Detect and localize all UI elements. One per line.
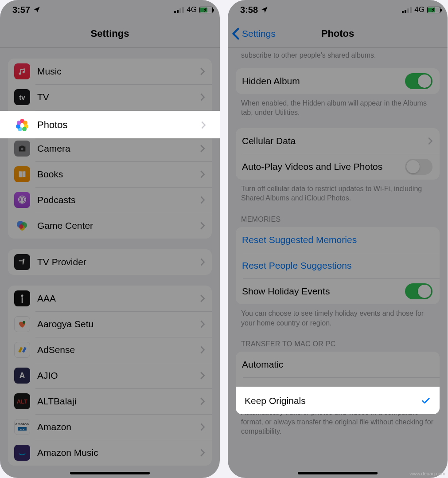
keep-originals-row[interactable]: Keep Originals [236,387,440,415]
chevron-right-icon [200,170,205,178]
chevron-right-icon [200,258,205,266]
svg-rect-9 [22,298,23,303]
memories-header: MEMORIES [228,203,448,227]
chevron-right-icon [200,372,205,380]
row-label: AAA [37,293,200,304]
nav-bar: Settings [0,20,220,48]
chevron-right-icon [200,449,205,457]
autoplay-toggle[interactable] [405,159,432,175]
settings-row-aaa[interactable]: AAA [8,286,212,311]
screenshot-settings-list: 3:57 4G ⚡︎ Settings Music [0,0,220,478]
chevron-right-icon [201,121,206,129]
chevron-right-icon [200,320,205,328]
page-title: Photos [321,28,355,39]
network-type: 4G [414,5,425,14]
reset-suggested-row[interactable]: Reset Suggested Memories [236,227,440,253]
row-label: Show Holiday Events [242,286,405,297]
battery-icon: ⚡︎ [427,7,440,13]
row-label: Automatic [242,359,432,370]
row-label: Aarogya Setu [37,319,200,329]
hidden-album-footer: When enabled, the Hidden album will appe… [228,94,448,118]
settings-row-altbalaji[interactable]: ALT ALTBalaji [8,388,212,414]
settings-row-camera[interactable]: Camera [8,136,212,161]
chevron-right-icon [200,145,205,153]
photos-icon [14,117,30,133]
chevron-right-icon [200,423,205,431]
chevron-right-icon [200,294,205,302]
row-label: TV Provider [37,257,200,267]
camera-icon [14,141,30,157]
chevron-right-icon [200,93,205,101]
automatic-row[interactable]: Automatic [236,352,440,377]
row-label: Podcasts [37,195,200,205]
home-indicator[interactable] [298,472,378,474]
home-indicator[interactable] [70,472,150,474]
settings-row-aarogya[interactable]: Aarogya Setu [8,311,212,337]
status-time: 3:57 [12,5,30,15]
highlight-photos-row: Photos [0,111,220,138]
settings-row-gamecenter[interactable]: Game Center [8,213,212,239]
highlight-keep-originals: Keep Originals [236,387,440,414]
autoplay-row[interactable]: Auto-Play Videos and Live Photos [236,154,440,180]
svg-point-10 [23,321,25,324]
aaa-icon [14,290,30,306]
podcasts-icon [14,192,30,208]
status-bar: 3:57 4G ⚡︎ [0,0,220,20]
cellular-signal-icon [402,7,412,13]
tvprovider-icon [14,254,30,270]
svg-point-0 [21,148,23,150]
settings-row-adsense[interactable]: AdSense [8,337,212,363]
battery-icon: ⚡︎ [199,7,213,13]
adsense-icon [14,342,30,358]
shared-albums-footer: subscribe to other people's shared album… [228,48,448,60]
row-label: Auto-Play Videos and Live Photos [242,161,405,172]
altbalaji-icon: ALT [14,393,30,409]
row-label: ALTBalaji [37,396,200,407]
holiday-toggle[interactable] [405,283,432,299]
svg-point-7 [19,224,23,229]
settings-row-amazon[interactable]: amazon Amazon [8,414,212,440]
row-label: Books [37,169,200,180]
row-label: Amazon [37,422,200,432]
settings-row-amazonmusic[interactable]: Amazon Music [8,440,212,466]
settings-row-podcasts[interactable]: Podcasts [8,187,212,213]
row-label: Game Center [37,220,200,231]
row-label: AdSense [37,345,200,355]
screenshot-photos-settings: 3:58 4G ⚡︎ Settings Photos subscribe to … [228,0,448,478]
settings-row-tv[interactable]: tv TV [8,84,212,110]
settings-row-ajio[interactable]: A AJIO [8,363,212,388]
row-label: Reset Suggested Memories [242,235,432,245]
settings-row-tvprovider[interactable]: TV Provider [8,249,212,275]
settings-row-books[interactable]: Books [8,161,212,187]
back-button[interactable]: Settings [231,20,276,48]
reset-people-row[interactable]: Reset People Suggestions [236,253,440,278]
row-label: Amazon Music [37,447,200,458]
location-services-icon [261,6,269,14]
row-label: Hidden Album [242,76,405,86]
check-icon [421,396,431,406]
chevron-right-icon [200,67,205,75]
row-label: AJIO [37,370,200,381]
settings-row-photos[interactable]: Photos [0,111,220,139]
holiday-row[interactable]: Show Holiday Events [236,278,440,304]
cellular-footer: Turn off cellular data to restrict updat… [228,180,448,203]
hidden-album-row[interactable]: Hidden Album [236,68,440,94]
settings-row-music[interactable]: Music [8,59,212,84]
network-type: 4G [187,5,197,14]
chevron-right-icon [200,397,205,405]
back-label: Settings [242,28,276,39]
amazonmusic-icon [14,445,30,461]
gamecenter-icon [14,218,30,234]
aarogya-icon [14,316,30,332]
row-label: Camera [37,143,200,154]
hidden-album-toggle[interactable] [405,73,432,89]
watermark: www.deuaq.com [409,471,445,476]
svg-point-8 [21,294,23,297]
holiday-footer: You can choose to see timely holiday eve… [228,304,448,328]
cellular-data-row[interactable]: Cellular Data [236,128,440,154]
transfer-header: TRANSFER TO MAC OR PC [228,328,448,352]
cellular-signal-icon [174,7,184,13]
row-label: TV [37,92,200,102]
music-icon [14,63,30,79]
row-label: Keep Originals [245,396,421,406]
